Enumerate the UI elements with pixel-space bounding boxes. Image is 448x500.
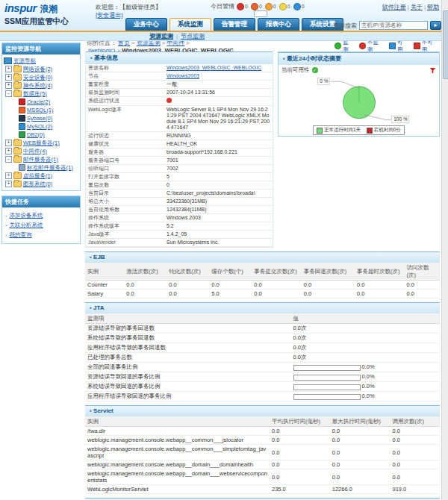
instance-name: Counter bbox=[85, 281, 124, 290]
tree-leaf-link[interactable]: MSSQL(1) bbox=[27, 107, 53, 113]
breadcrumb-link[interactable]: 首页 bbox=[118, 41, 130, 46]
tree-node-link[interactable]: 安全设备(0) bbox=[23, 74, 52, 81]
tree-leaf-link[interactable]: Oracle(2) bbox=[27, 99, 50, 105]
expander-icon[interactable]: + bbox=[5, 172, 12, 179]
tree-node-link[interactable]: WEB服务器(1) bbox=[23, 140, 60, 147]
tree-leaf-link[interactable]: Sybase(0) bbox=[27, 115, 52, 122]
metric-value-text: 0.0% bbox=[362, 393, 375, 399]
search-button[interactable]: ▸ bbox=[430, 21, 441, 30]
availability-pie-chart: 0 % 100 % bbox=[286, 75, 432, 125]
tree-node-link[interactable]: 网络设备(2) bbox=[23, 66, 52, 73]
tree-node-link[interactable]: 中间件(4) bbox=[23, 148, 47, 155]
info-label: 系统运行状况 bbox=[86, 97, 164, 106]
tab-4[interactable]: 报表中心 bbox=[258, 18, 299, 31]
expander-icon[interactable]: + bbox=[5, 66, 12, 72]
cell-value: 0.0 bbox=[167, 281, 209, 290]
info-value: C:\bea\user_projects\domains\broada\ bbox=[164, 190, 273, 198]
folder-icon bbox=[13, 172, 22, 179]
critical-alarm-icon bbox=[237, 3, 244, 10]
expander-icon[interactable]: + bbox=[5, 82, 12, 89]
task-link-3[interactable]: 我的查询 bbox=[10, 231, 32, 239]
info-value-link[interactable]: Windows2003_WEBLOGIC_WEBLOGIC bbox=[167, 65, 261, 70]
scrollbar[interactable] bbox=[441, 0, 448, 500]
cell-value: 0.0 bbox=[330, 427, 391, 436]
folder-icon bbox=[13, 140, 22, 146]
subnav-item-1[interactable]: 资源监测 bbox=[149, 32, 173, 40]
section-title: 基本信息 bbox=[86, 51, 273, 64]
instance-name: WebLogicMonitorServlet bbox=[85, 485, 270, 494]
tree-node-link[interactable]: 虚拟服务(1) bbox=[23, 172, 52, 180]
metric-value-text: 0.0% bbox=[362, 363, 375, 370]
metric-label: 应用程序错误导致回退的事务比例 bbox=[85, 392, 291, 401]
instance-name: weblogic.management.console.webapp__doma… bbox=[85, 460, 270, 469]
arrow-icon: ▸ bbox=[434, 22, 437, 28]
task-link-2[interactable]: 关联分析系统 bbox=[10, 222, 43, 229]
expander-icon[interactable]: - bbox=[5, 90, 12, 97]
jta-title-text: JTA bbox=[93, 304, 105, 311]
header-link-3[interactable]: 帮助 bbox=[427, 4, 439, 10]
info-row: 资源名称Windows2003_WEBLOGIC_WEBLOGIC bbox=[86, 64, 273, 72]
info-value-link[interactable]: Windows2003 bbox=[167, 73, 199, 78]
tab-3[interactable]: 告警管理 bbox=[214, 18, 255, 31]
header-link-2[interactable]: 关于 bbox=[411, 4, 423, 10]
status-square-icon bbox=[414, 43, 420, 49]
info-label: WebLogic版本 bbox=[86, 106, 164, 132]
info-label: 健康状况 bbox=[86, 140, 164, 149]
info-alarm-icon bbox=[293, 3, 301, 10]
expander-icon[interactable]: + bbox=[5, 140, 12, 146]
info-row: 操作系统Windows 2003 bbox=[86, 214, 273, 222]
metric-value-text: 0.0% bbox=[362, 383, 375, 390]
cell-value: 0.0 bbox=[405, 290, 441, 299]
tree-node-link[interactable]: 操作系统(4) bbox=[23, 82, 52, 90]
task-link-1[interactable]: 添加设备系统 bbox=[10, 212, 43, 219]
info-value bbox=[164, 97, 273, 106]
tree-node-link[interactable]: 邮件服务器(1) bbox=[23, 156, 58, 163]
tab-2[interactable]: 系统监测 bbox=[169, 18, 211, 31]
welcome-text: 欢迎您：【超级管理员】 bbox=[96, 3, 161, 11]
tree-leaf-link[interactable]: MySQL(2) bbox=[27, 123, 52, 130]
expander-icon[interactable]: + bbox=[5, 181, 12, 187]
alarm-detail-box[interactable] bbox=[254, 10, 267, 17]
info-row: 侦听端口7002 bbox=[86, 165, 273, 173]
scrollbar-thumb[interactable] bbox=[443, 10, 448, 79]
info-label: 最后监测时间 bbox=[86, 89, 164, 97]
filter-icon[interactable] bbox=[429, 67, 436, 74]
expander-icon[interactable]: + bbox=[5, 148, 12, 154]
header-link-1[interactable]: 软件注册 bbox=[382, 4, 406, 10]
cell-value: 0.0 bbox=[330, 460, 391, 469]
basic-info-table: 资源名称Windows2003_WEBLOGIC_WEBLOGIC节点Windo… bbox=[86, 64, 273, 247]
search-input[interactable] bbox=[359, 21, 428, 30]
subnav-item-2[interactable]: 节点监测 bbox=[181, 32, 205, 40]
breadcrumb-link[interactable]: 中间件 bbox=[167, 41, 184, 46]
basic-info-title: 基本信息 bbox=[94, 54, 118, 61]
expander-icon[interactable]: + bbox=[5, 74, 12, 81]
table-row: 已处理的事务总数0.0次 bbox=[85, 353, 440, 363]
legend-item: 宕机时间0分 bbox=[367, 127, 401, 134]
tree-leaf-link[interactable]: DB2(0) bbox=[27, 131, 45, 138]
quick-tasks: ·添加设备系统·关联分析系统·我的查询 bbox=[2, 207, 80, 243]
info-label: 服务器 bbox=[86, 149, 164, 157]
tree-node: +WEB服务器(1) bbox=[4, 139, 78, 147]
tree-leaf-link[interactable]: 标准邮件服务器(1) bbox=[27, 164, 73, 172]
expander-icon[interactable]: - bbox=[5, 156, 12, 163]
column-header: 事务超时次数(次) bbox=[355, 263, 405, 281]
logout-link[interactable]: [安全退出] bbox=[96, 12, 122, 19]
mssql-icon bbox=[19, 107, 25, 113]
cell-value: 0.0 bbox=[391, 460, 441, 469]
pie-label-hundred: 100 % bbox=[393, 116, 408, 122]
search-label: 资源搜索 bbox=[333, 22, 357, 30]
breadcrumb-link[interactable]: 资源监测 bbox=[137, 41, 161, 46]
metric-value: 0.0次 bbox=[291, 343, 441, 353]
tab-1[interactable]: 业务中心 bbox=[125, 18, 167, 31]
column-header: 钝化次数(次) bbox=[167, 263, 209, 281]
tree-node-link[interactable]: 图形系统(0) bbox=[23, 181, 52, 188]
cell-value: 0.0 bbox=[252, 281, 302, 290]
availability-label: 当前可用性 bbox=[281, 66, 310, 74]
tree-node-link[interactable]: 数据库(5) bbox=[23, 90, 47, 98]
tree-root-link[interactable]: 资源导航 bbox=[13, 57, 36, 65]
table-row: 系统错误导致回退的事务比例0.0% bbox=[85, 382, 440, 392]
metric-value: 0.0% bbox=[291, 382, 441, 392]
alarm-count: 0 bbox=[259, 4, 262, 9]
legend-label: 正常运行时间1天 bbox=[324, 127, 361, 134]
alarm-indicator: 0 bbox=[237, 3, 248, 10]
